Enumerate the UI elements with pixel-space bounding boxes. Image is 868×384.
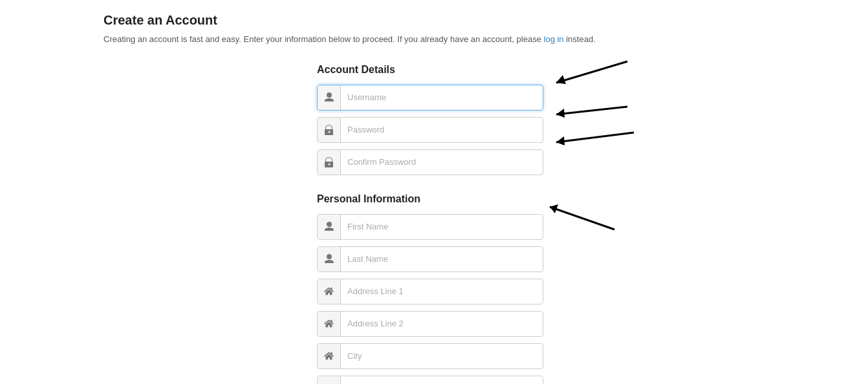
account-section-title: Account Details: [317, 64, 589, 76]
personal-info-section: Personal Information: [317, 193, 589, 385]
first-name-input[interactable]: [341, 215, 543, 239]
personal-section-title: Personal Information: [317, 193, 589, 205]
username-input[interactable]: [341, 85, 543, 110]
home-icon-address2: [318, 312, 341, 336]
page-subtitle: Creating an account is fast and easy. En…: [103, 33, 765, 46]
last-name-input[interactable]: [341, 247, 543, 272]
page-wrapper: Create an Account Creating an account is…: [0, 0, 868, 384]
city-field-group: [317, 343, 543, 369]
lock-icon-password: [318, 118, 341, 142]
first-name-field-group: [317, 214, 543, 240]
subtitle-text-before: Creating an account is fast and easy. En…: [103, 34, 541, 44]
address2-field-group: [317, 311, 543, 337]
person-icon-firstname: [318, 215, 341, 239]
home-icon-address1: [318, 279, 341, 304]
home-icon-state: [318, 376, 341, 385]
home-icon-city: [318, 344, 341, 368]
password-input[interactable]: [341, 118, 543, 142]
form-section: Account Details: [317, 64, 589, 385]
state-field-group: [317, 376, 543, 385]
person-icon-lastname: [318, 247, 341, 272]
address1-field-group: [317, 279, 543, 304]
address1-input[interactable]: [341, 279, 543, 304]
account-details-section: Account Details: [317, 64, 589, 175]
confirm-password-field-group: [317, 149, 543, 175]
confirm-password-input[interactable]: [341, 150, 543, 175]
last-name-field-group: [317, 246, 543, 272]
lock-icon-confirm: [318, 150, 341, 175]
address2-input[interactable]: [341, 312, 543, 336]
city-input[interactable]: [341, 344, 543, 368]
password-field-group: [317, 117, 543, 143]
state-input[interactable]: [341, 376, 543, 385]
page-title: Create an Account: [103, 13, 765, 28]
person-icon-username: [318, 85, 341, 110]
username-field-group: [317, 85, 543, 111]
subtitle-text-after: instead.: [566, 34, 596, 44]
login-link[interactable]: log in: [544, 34, 564, 44]
